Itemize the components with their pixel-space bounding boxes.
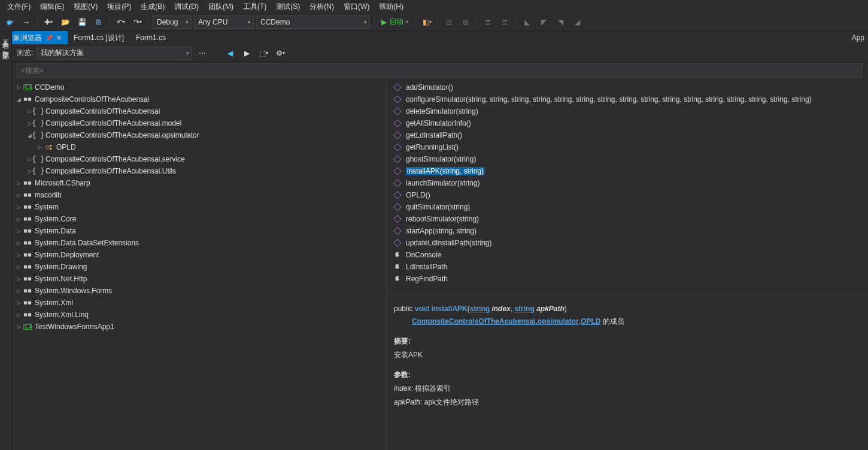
startup-project-dropdown[interactable]: CCDemo	[256, 16, 370, 29]
tree-node[interactable]: ▷Microsoft.CSharp	[12, 177, 386, 189]
tree-node[interactable]: ▷{ }CompositeControlsOfTheAcubensai.Util…	[12, 165, 386, 177]
member-item[interactable]: ghostSimulator(string)	[387, 153, 868, 165]
tree-node[interactable]: ◢{ }CompositeControlsOfTheAcubensai.opsi…	[12, 129, 386, 141]
expand-icon[interactable]: ▷	[14, 204, 23, 210]
member-item[interactable]: deleteSimulator(string)	[387, 105, 868, 117]
nav-back-button[interactable]: ◉ ▾	[2, 16, 17, 29]
menu-item[interactable]: 文件(F)	[2, 1, 35, 13]
expand-icon[interactable]: ▷	[14, 84, 23, 90]
pin-icon[interactable]: 📌	[45, 35, 53, 41]
nav-fwd-button[interactable]: →	[19, 16, 34, 29]
tab-overflow[interactable]: App	[852, 34, 868, 42]
owner-namespace-link[interactable]: CompositeControlsOfTheAcubensai.opsimula…	[412, 317, 579, 326]
member-item[interactable]: OPLD()	[387, 189, 868, 201]
tree-node[interactable]: ▷C#TestWindowsFormsApp1	[12, 321, 386, 333]
menu-item[interactable]: 生成(B)	[136, 1, 169, 13]
menu-item[interactable]: 窗口(W)	[339, 1, 374, 13]
expand-icon[interactable]: ▷	[14, 312, 23, 318]
menu-item[interactable]: 团队(M)	[204, 1, 238, 13]
member-item[interactable]: updateLdInstallPath(string)	[387, 237, 868, 249]
expand-icon[interactable]: ▷	[14, 240, 23, 246]
search-input[interactable]	[21, 66, 859, 75]
platform-dropdown[interactable]: Any CPU	[194, 16, 254, 29]
member-item[interactable]: quitSimulator(string)	[387, 201, 868, 213]
start-debug-button[interactable]: ▶ 启动 ▾	[378, 16, 412, 28]
tree-node[interactable]: ▷System.Data	[12, 225, 386, 237]
nav-fwd-icon[interactable]: ▶	[240, 47, 253, 60]
scope-options-button[interactable]: ⋯	[196, 47, 209, 60]
sidetab-toolbox[interactable]: 工具箱	[0, 31, 11, 42]
expand-icon[interactable]: ▷	[14, 324, 23, 330]
namespace-tree[interactable]: ▷C#CCDemo◢CompositeControlsOfTheAcubensa…	[12, 80, 386, 450]
tree-node[interactable]: ▷System.Deployment	[12, 249, 386, 261]
member-item[interactable]: startApp(string, string)	[387, 225, 868, 237]
member-item[interactable]: addSimulator()	[387, 81, 868, 93]
expand-icon[interactable]: ▷	[14, 264, 23, 270]
scope-dropdown[interactable]: 我的解决方案	[37, 47, 192, 60]
tree-node[interactable]: ▷{ }CompositeControlsOfTheAcubensai.mode…	[12, 117, 386, 129]
expand-icon[interactable]: ▷	[14, 252, 23, 258]
tree-node[interactable]: ▷System.Net.Http	[12, 273, 386, 285]
new-item-button[interactable]: ✚▾	[41, 16, 56, 29]
owner-class-link[interactable]: OPLD	[581, 317, 600, 326]
settings-icon[interactable]: ⚙▾	[274, 47, 287, 60]
member-item[interactable]: rebootSimulator(string)	[387, 213, 868, 225]
config-dropdown[interactable]: Debug	[153, 16, 192, 29]
svg-rect-34	[394, 96, 401, 103]
tree-node[interactable]: ▷mscorlib	[12, 189, 386, 201]
search-box[interactable]	[17, 63, 863, 78]
tree-node[interactable]: ▷System.Xml	[12, 297, 386, 309]
view-namespace-icon[interactable]: ⬚▾	[257, 47, 270, 60]
expand-icon[interactable]: ▷	[14, 216, 23, 222]
member-item[interactable]: RegFindPath	[387, 273, 868, 285]
tree-node[interactable]: ▷System.Windows.Forms	[12, 285, 386, 297]
tree-node[interactable]: ▷System.Drawing	[12, 261, 386, 273]
save-button[interactable]: 💾	[75, 16, 89, 29]
tree-node[interactable]: ▷System.Core	[12, 213, 386, 225]
tree-node[interactable]: ◢CompositeControlsOfTheAcubensai	[12, 93, 386, 105]
menu-item[interactable]: 工具(T)	[238, 1, 271, 13]
expand-icon[interactable]: ▷	[36, 144, 44, 150]
menu-item[interactable]: 项目(P)	[102, 1, 136, 13]
menu-item[interactable]: 编辑(E)	[35, 1, 69, 13]
member-list[interactable]: addSimulator()configureSimulator(string,…	[387, 80, 868, 296]
undo-button[interactable]: ↶▾	[114, 16, 128, 29]
member-item[interactable]: configureSimulator(string, string, strin…	[387, 93, 868, 105]
menu-item[interactable]: 帮助(H)	[374, 1, 408, 13]
expand-icon[interactable]: ▷	[14, 192, 23, 198]
tree-node[interactable]: ▷C#CCDemo	[12, 81, 386, 93]
menu-item[interactable]: 测试(S)	[271, 1, 305, 13]
menu-item[interactable]: 调试(D)	[169, 1, 204, 13]
close-icon[interactable]: ✕	[56, 34, 62, 42]
sidetab-datasources[interactable]: 数据源	[0, 42, 11, 53]
browser-link-button[interactable]: ◧▾	[420, 16, 434, 29]
member-item[interactable]: DnConsole	[387, 249, 868, 261]
menu-item[interactable]: 视图(V)	[69, 1, 102, 13]
member-item[interactable]: getAllSimulatorInfo()	[387, 117, 868, 129]
tree-node[interactable]: ▷{ }CompositeControlsOfTheAcubensai.serv…	[12, 153, 386, 165]
save-all-button[interactable]: 🗎	[92, 16, 106, 29]
expand-icon[interactable]: ▷	[14, 288, 23, 294]
expand-icon[interactable]: ▷	[14, 300, 23, 306]
expand-icon[interactable]: ▷	[14, 180, 23, 186]
expand-icon[interactable]: ▷	[14, 228, 23, 234]
tab-form-code[interactable]: Form1.cs	[130, 32, 172, 44]
svg-rect-14	[28, 217, 31, 220]
tree-node[interactable]: ▷System	[12, 201, 386, 213]
tab-form-design[interactable]: Form1.cs [设计]	[68, 31, 130, 45]
member-item[interactable]: getRunningList()	[387, 141, 868, 153]
expand-icon[interactable]: ▷	[14, 276, 23, 282]
menu-item[interactable]: 分析(N)	[305, 1, 339, 13]
redo-button[interactable]: ↷▾	[130, 16, 145, 29]
tree-node[interactable]: ▷System.Xml.Linq	[12, 309, 386, 321]
open-button[interactable]: 📂	[58, 16, 72, 29]
member-item[interactable]: getLdInstallPath()	[387, 129, 868, 141]
member-item[interactable]: launchSimulator(string)	[387, 177, 868, 189]
member-item[interactable]: installAPK(string, string)	[387, 165, 868, 177]
tree-node[interactable]: ▷System.Data.DataSetExtensions	[12, 237, 386, 249]
expand-icon[interactable]: ◢	[14, 96, 23, 102]
nav-back-icon[interactable]: ◀	[223, 47, 236, 60]
tree-node[interactable]: ▷{ }CompositeControlsOfTheAcubensai	[12, 105, 386, 117]
member-item[interactable]: LdInstallPath	[387, 261, 868, 273]
tree-node[interactable]: ▷OPLD	[12, 141, 386, 153]
